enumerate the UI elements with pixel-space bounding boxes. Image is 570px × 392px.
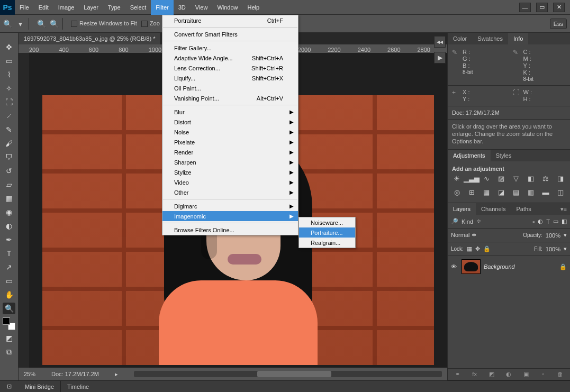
filter-item-distort[interactable]: Distort▶ — [162, 117, 298, 127]
tab-layers[interactable]: Layers — [448, 203, 476, 215]
hue-icon[interactable]: ◧ — [526, 174, 536, 183]
marquee-tool-icon[interactable]: ▭ — [3, 55, 15, 67]
tab-paths[interactable]: Paths — [511, 203, 537, 215]
filter-item-lens-correction[interactable]: Lens Correction...Shift+Ctrl+R — [162, 63, 298, 73]
shape-tool-icon[interactable]: ▭ — [3, 275, 15, 287]
photo-filter-icon[interactable]: ◎ — [452, 188, 462, 196]
zoom-tool-icon[interactable]: 🔍 — [3, 303, 15, 314]
filter-item-sharpen[interactable]: Sharpen▶ — [162, 157, 298, 167]
filter-image-icon[interactable]: ▫ — [532, 218, 535, 225]
fill-value[interactable]: 100% — [546, 246, 560, 252]
menu-select[interactable]: Select — [125, 0, 151, 15]
menu-window[interactable]: Window — [212, 0, 242, 15]
move-tool-icon[interactable]: ✥ — [3, 41, 15, 53]
color-lookup-icon[interactable]: ▦ — [482, 188, 491, 196]
exposure-icon[interactable]: ▨ — [496, 174, 506, 183]
zoom-out-icon[interactable]: 🔍 — [50, 20, 58, 28]
menu-layer[interactable]: Layer — [79, 0, 103, 15]
opacity-value[interactable]: 100% — [546, 232, 560, 239]
filter-item-noise[interactable]: Noise▶ — [162, 127, 298, 137]
menu-edit[interactable]: Edit — [34, 0, 53, 15]
channel-mixer-icon[interactable]: ⊞ — [467, 188, 476, 196]
color-swatches[interactable] — [3, 317, 15, 330]
link-layers-icon[interactable]: ⚭ — [451, 371, 464, 378]
filter-item-render[interactable]: Render▶ — [162, 147, 298, 157]
magic-wand-tool-icon[interactable]: ✧ — [3, 83, 15, 94]
filter-item-convert-for-smart-filters[interactable]: Convert for Smart Filters — [162, 29, 298, 39]
tab-styles[interactable]: Styles — [491, 150, 517, 161]
layer-row-background[interactable]: 👁 Background 🔒 — [448, 256, 570, 277]
eraser-tool-icon[interactable]: ▱ — [3, 179, 15, 190]
pen-tool-icon[interactable]: ✒ — [3, 234, 15, 245]
menu-3d[interactable]: 3D — [174, 0, 191, 15]
filter-shape-icon[interactable]: ▭ — [553, 218, 558, 225]
maximize-button[interactable]: ▭ — [536, 3, 548, 12]
filter-item-vanishing-point[interactable]: Vanishing Point...Alt+Ctrl+V — [162, 93, 298, 103]
filter-item-digimarc[interactable]: Digimarc▶ — [162, 201, 298, 211]
status-arrow-icon[interactable]: ▸ — [115, 371, 118, 378]
path-tool-icon[interactable]: ↗ — [3, 261, 15, 273]
status-handle-icon[interactable]: ⊡ — [0, 383, 19, 390]
menu-filter[interactable]: Filter — [151, 0, 173, 15]
menu-type[interactable]: Type — [103, 0, 125, 15]
resize-windows-checkbox[interactable]: Resize Windows to Fit — [71, 20, 137, 27]
threshold-icon[interactable]: ▥ — [526, 188, 536, 196]
history-brush-tool-icon[interactable]: ↺ — [3, 165, 15, 177]
layer-filter-kind[interactable]: Kind — [462, 218, 473, 225]
eyedropper-tool-icon[interactable]: ⟋ — [3, 110, 15, 122]
group-icon[interactable]: ▣ — [520, 371, 532, 378]
visibility-icon[interactable]: 👁 — [451, 263, 458, 270]
mask-icon[interactable]: ◩ — [485, 371, 498, 378]
menu-image[interactable]: Image — [53, 0, 79, 15]
tab-color[interactable]: Color — [448, 33, 472, 44]
brightness-icon[interactable]: ☀ — [452, 174, 462, 183]
posterize-icon[interactable]: ▤ — [511, 188, 521, 196]
filter-item-other[interactable]: Other▶ — [162, 187, 298, 197]
vibrance-icon[interactable]: ▽ — [511, 174, 521, 183]
menu-view[interactable]: View — [191, 0, 213, 15]
healing-tool-icon[interactable]: ✎ — [3, 124, 15, 135]
dropdown-icon[interactable]: ▾ — [16, 20, 24, 28]
tab-adjustments[interactable]: Adjustments — [448, 150, 491, 161]
minimize-button[interactable]: ― — [519, 3, 531, 12]
submenu-item-noiseware[interactable]: Noiseware... — [299, 217, 355, 227]
properties-dock-icon[interactable]: ▶ — [434, 52, 446, 63]
dodge-tool-icon[interactable]: ◐ — [3, 220, 15, 232]
workspace-switcher[interactable]: Ess — [550, 19, 567, 29]
stamp-tool-icon[interactable]: ⛉ — [3, 151, 15, 163]
document-tab[interactable]: 1697592073_8041b63a85_o.jpg @ 25% (RGB/8… — [19, 33, 161, 44]
curves-icon[interactable]: ∿ — [482, 174, 491, 183]
filter-item-adaptive-wide-angle[interactable]: Adaptive Wide Angle...Shift+Ctrl+A — [162, 53, 298, 63]
hand-tool-icon[interactable]: ✋ — [3, 289, 15, 300]
bw-icon[interactable]: ◨ — [556, 174, 565, 183]
filter-item-pixelate[interactable]: Pixelate▶ — [162, 137, 298, 147]
filter-item-oil-paint[interactable]: Oil Paint... — [162, 83, 298, 93]
history-dock-icon[interactable]: ◂◂ — [434, 36, 446, 48]
zoom-level[interactable]: 25% — [24, 371, 35, 377]
type-tool-icon[interactable]: T — [3, 248, 15, 259]
lock-pixels-icon[interactable]: ▦ — [467, 245, 472, 252]
filter-smart-icon[interactable]: ◧ — [562, 218, 567, 225]
filter-item-blur[interactable]: Blur▶ — [162, 107, 298, 117]
blur-tool-icon[interactable]: ◉ — [3, 206, 15, 218]
horizontal-scrollbar[interactable] — [134, 371, 442, 377]
menu-help[interactable]: Help — [243, 0, 265, 15]
filter-item-imagenomic[interactable]: Imagenomic▶ — [162, 211, 298, 221]
tab-info[interactable]: Info — [508, 33, 528, 44]
lock-all-icon[interactable]: 🔒 — [483, 245, 491, 252]
zoom-option-checkbox[interactable]: Zoo — [141, 20, 160, 27]
filter-adjust-icon[interactable]: ◐ — [538, 218, 543, 225]
timeline-tab[interactable]: Timeline — [61, 381, 95, 393]
levels-icon[interactable]: ▁▃▅ — [467, 174, 476, 183]
lasso-tool-icon[interactable]: ⌇ — [3, 69, 15, 80]
tab-channels[interactable]: Channels — [476, 203, 511, 215]
filter-item-liquify[interactable]: Liquify...Shift+Ctrl+X — [162, 73, 298, 83]
gradient-tool-icon[interactable]: ▦ — [3, 193, 15, 204]
delete-layer-icon[interactable]: 🗑 — [554, 371, 567, 378]
filter-type-icon[interactable]: T — [546, 218, 550, 225]
adjustment-layer-icon[interactable]: ◐ — [502, 371, 515, 378]
filter-item-filter-gallery[interactable]: Filter Gallery... — [162, 43, 298, 53]
color-balance-icon[interactable]: ⚖ — [541, 174, 550, 183]
filter-item-browse-filters-online[interactable]: Browse Filters Online... — [162, 225, 298, 235]
quick-mask-icon[interactable]: ◩ — [3, 332, 15, 344]
